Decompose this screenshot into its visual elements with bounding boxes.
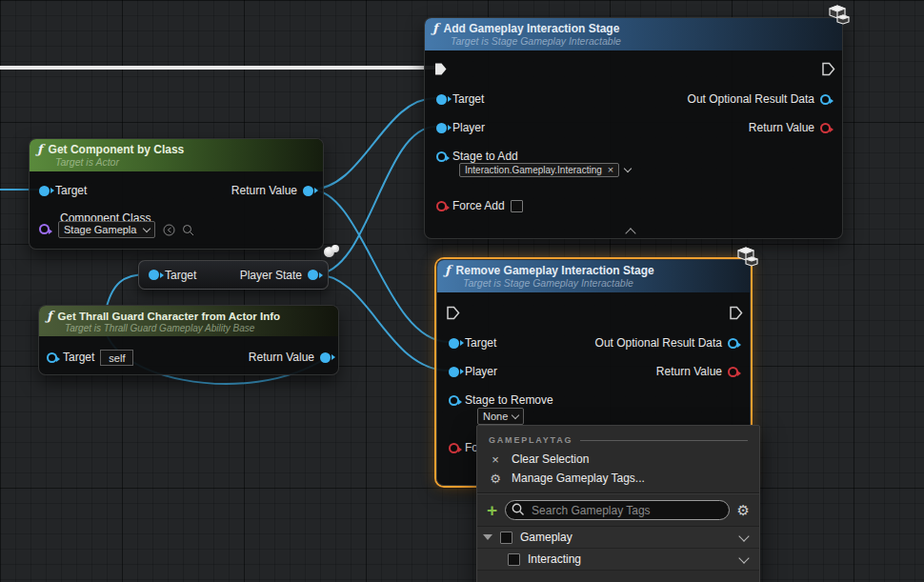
- section-divider: [580, 440, 748, 441]
- exec-in-pin[interactable]: [446, 306, 460, 320]
- player-state-label: Player State: [240, 269, 302, 282]
- cube-stack-icon: [733, 245, 760, 273]
- dropdown-chevron: [512, 411, 519, 418]
- function-icon: ƒ: [47, 309, 52, 323]
- stage-to-remove-pin[interactable]: [449, 395, 459, 406]
- function-icon: ƒ: [432, 21, 438, 35]
- return-value-label: Return Value: [749, 121, 814, 134]
- manage-gameplay-tags-item[interactable]: ⚙ Manage Gameplay Tags...: [477, 469, 759, 488]
- target-label: Target: [63, 351, 94, 364]
- out-optional-result-label: Out Optional Result Data: [595, 336, 722, 350]
- close-icon: ×: [489, 453, 502, 466]
- force-add-checkbox[interactable]: [511, 200, 523, 212]
- self-value-box[interactable]: self: [100, 350, 133, 366]
- tag-search-input[interactable]: [505, 500, 729, 520]
- gameplay-tag-picker[interactable]: GAMEPLAYTAG × Clear Selection ⚙ Manage G…: [476, 425, 760, 582]
- node-title: Get Thrall Guard Character from Actor In…: [58, 311, 280, 322]
- tag-settings-gear-icon[interactable]: ⚙: [737, 503, 750, 517]
- player-state-out-pin[interactable]: [308, 270, 318, 280]
- gear-icon: ⚙: [489, 472, 502, 485]
- clear-selection-label: Clear Selection: [512, 452, 589, 466]
- out-optional-result-pin[interactable]: [820, 94, 831, 105]
- node-title: Get Component by Class: [49, 143, 185, 156]
- tag-row-gameplay[interactable]: Gameplay: [477, 527, 759, 549]
- node-get-thrall-guard-character[interactable]: ƒGet Thrall Guard Character from Actor I…: [38, 305, 339, 375]
- player-in-pin[interactable]: [449, 367, 459, 377]
- exec-out-pin[interactable]: [821, 62, 835, 76]
- stage-to-remove-label: Stage to Remove: [465, 393, 553, 407]
- tag-dropdown-chevron[interactable]: [624, 165, 632, 172]
- return-value-label: Return Value: [656, 365, 722, 378]
- collapse-node-chevron[interactable]: [625, 228, 635, 238]
- tag-row-interacting[interactable]: Interacting: [477, 549, 759, 571]
- player-in-pin[interactable]: [436, 123, 447, 133]
- component-class-dropdown[interactable]: Stage Gamepla: [58, 221, 155, 238]
- expander-icon[interactable]: [483, 534, 492, 540]
- use-asset-icon[interactable]: [163, 224, 175, 236]
- component-class-pin[interactable]: [39, 224, 50, 234]
- blueprint-canvas[interactable]: ƒAdd Gameplay Interaction Stage Target i…: [0, 0, 924, 582]
- target-in-pin[interactable]: [436, 94, 447, 105]
- player-label: Player: [452, 121, 485, 134]
- node-get-component-by-class[interactable]: ƒGet Component by Class Target is Actor …: [29, 138, 324, 250]
- chevron-down-icon[interactable]: [738, 552, 749, 563]
- node-title: Remove Gameplay Interaction Stage: [456, 264, 654, 277]
- component-class-value: Stage Gamepla: [64, 224, 139, 235]
- dropdown-chevron: [143, 224, 151, 231]
- target-label: Target: [55, 184, 87, 197]
- clear-selection-item[interactable]: × Clear Selection: [477, 450, 759, 469]
- target-label: Target: [452, 92, 484, 106]
- target-label: Target: [465, 336, 496, 350]
- function-icon: ƒ: [445, 263, 451, 277]
- target-in-pin[interactable]: [39, 186, 50, 196]
- cube-stack-icon: [825, 3, 852, 31]
- node-get-player-state[interactable]: Target Player State: [138, 260, 329, 290]
- out-optional-result-pin[interactable]: [728, 338, 738, 349]
- tag-chip-label: Interaction.Gameplay.Interacting: [465, 165, 602, 175]
- return-value-label: Return Value: [249, 351, 314, 364]
- add-tag-icon[interactable]: +: [487, 504, 497, 517]
- tag-label: Gameplay: [520, 531, 572, 544]
- node-subtitle: Target is Stage Gameplay Interactable: [463, 277, 742, 289]
- node-subtitle: Target is Stage Gameplay Interactable: [451, 35, 834, 47]
- wire-component-to-add-target: [311, 98, 435, 190]
- target-in-pin[interactable]: [449, 338, 459, 349]
- force-add-pin[interactable]: [436, 201, 447, 211]
- force-add-label: Force Add: [452, 199, 505, 212]
- browse-asset-icon[interactable]: [182, 224, 194, 236]
- stage-to-add-pin[interactable]: [436, 151, 447, 162]
- add-node-header[interactable]: ƒAdd Gameplay Interaction Stage Target i…: [425, 18, 842, 50]
- chevron-down-icon[interactable]: [738, 531, 749, 541]
- tag-search-row: + ⚙: [477, 493, 759, 526]
- tag-tree: Gameplay Interacting: [477, 526, 759, 571]
- get-component-header[interactable]: ƒGet Component by Class Target is Actor: [30, 139, 323, 171]
- gameplay-tag-chip[interactable]: Interaction.Gameplay.Interacting ×: [459, 163, 619, 177]
- target-label: Target: [165, 269, 196, 282]
- return-value-pin[interactable]: [820, 123, 831, 133]
- node-subtitle: Target is Actor: [55, 156, 315, 168]
- return-value-pin[interactable]: [728, 367, 738, 377]
- node-add-gameplay-interaction-stage[interactable]: ƒAdd Gameplay Interaction Stage Target i…: [424, 17, 843, 239]
- search-icon: [512, 503, 525, 520]
- tag-checkbox[interactable]: [508, 553, 520, 566]
- thrall-node-header[interactable]: ƒGet Thrall Guard Character from Actor I…: [39, 306, 338, 336]
- exec-in-pin[interactable]: [433, 62, 448, 76]
- tag-picker-section-header: GAMEPLAYTAG: [477, 426, 759, 450]
- return-value-label: Return Value: [231, 184, 297, 197]
- tag-chip-remove-icon[interactable]: ×: [608, 165, 613, 175]
- return-value-pin[interactable]: [303, 186, 313, 196]
- target-in-pin[interactable]: [149, 270, 159, 280]
- manage-gameplay-tags-label: Manage Gameplay Tags...: [512, 472, 645, 485]
- target-in-pin[interactable]: [47, 352, 57, 363]
- exec-out-pin[interactable]: [729, 306, 743, 320]
- stage-to-remove-dropdown[interactable]: None: [477, 408, 524, 425]
- node-subtitle: Target is Thrall Guard Gameplay Ability …: [65, 323, 331, 333]
- return-value-pin[interactable]: [320, 352, 331, 363]
- node-title: Add Gameplay Interaction Stage: [444, 22, 620, 35]
- function-icon: ƒ: [37, 142, 43, 156]
- force-remove-pin[interactable]: [449, 443, 459, 453]
- tag-checkbox[interactable]: [500, 532, 512, 544]
- remove-node-header[interactable]: ƒRemove Gameplay Interaction Stage Targe…: [437, 260, 750, 292]
- stage-to-add-label: Stage to Add: [452, 150, 518, 163]
- out-optional-result-label: Out Optional Result Data: [688, 92, 814, 106]
